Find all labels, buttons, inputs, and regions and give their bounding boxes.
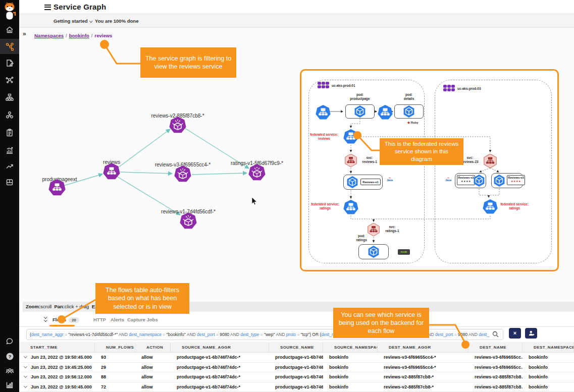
policies-icon[interactable] (0, 55, 19, 71)
hamburger-menu-icon[interactable] (44, 5, 51, 11)
trends-icon[interactable] (0, 158, 19, 174)
row-expand-icon[interactable] (24, 384, 27, 387)
service-graph-icon[interactable] (0, 39, 19, 54)
row-expand-icon[interactable] (24, 364, 27, 368)
java-logo: ~Java (444, 177, 453, 182)
panel-expander-icon[interactable]: » (23, 30, 26, 37)
java-logo: ~Java (385, 177, 394, 182)
tab-capture-jobs[interactable]: Capture Jobs (127, 317, 158, 322)
cluster-name: uc-aks-prod-01 (332, 84, 372, 88)
graph-node-productpageext[interactable] (48, 179, 66, 196)
reviews-v2-label: Reviews-v2★★★★ (457, 175, 475, 185)
callout-flows-autofilter: The flows table auto-filters based on wh… (95, 283, 189, 314)
graph-node-reviews-v2[interactable] (169, 117, 186, 134)
service-icon (378, 105, 393, 120)
hierarchy-icon[interactable] (0, 90, 19, 105)
storage-icon[interactable] (0, 175, 19, 190)
left-nav-sidebar: ? (0, 0, 19, 392)
col-num-flows: NUM_FLOWS (95, 342, 135, 352)
nodejs-logo: node (398, 249, 410, 255)
help-icon[interactable]: ? (0, 349, 19, 364)
users-icon[interactable] (0, 363, 19, 378)
pod-details-label: pod: details (389, 93, 429, 101)
rating-stars: ★★★★ (511, 180, 521, 183)
clusters-icon[interactable] (0, 107, 19, 123)
graph-node-reviews[interactable] (103, 163, 120, 180)
graph-node-reviews-v3[interactable] (174, 165, 191, 183)
col-dest-name: DEST_NAME (468, 342, 523, 352)
breadcrumb-namespaces[interactable]: Namespaces (34, 33, 64, 38)
activity-icon[interactable] (0, 143, 19, 158)
flows-table-header: START_TIME NUM_FLOWS ACTION SOURCE_NAME_… (19, 342, 574, 353)
active-tab-indicator (49, 325, 75, 326)
table-row[interactable]: Jun 23, 2022 @ 19:56:12.000 88allowprodu… (19, 372, 574, 382)
user-icon (528, 330, 535, 337)
tab-flows[interactable]: Flows20 (53, 317, 79, 323)
bottom-tabs-bar: Flows20 HTTP Alerts Capture Jobs (19, 312, 574, 327)
callout-filtering-reviews: The service graph is filtering to view t… (140, 47, 236, 78)
flows-table: START_TIME NUM_FLOWS ACTION SOURCE_NAME_… (19, 342, 574, 392)
double-chevron-down-icon[interactable] (44, 316, 47, 321)
rating-stars: ★★★★ (461, 180, 471, 183)
tab-http[interactable]: HTTP (93, 317, 106, 322)
breadcrumb: Namespaces/bookinfo/reviews (34, 33, 112, 38)
chat-icon[interactable] (0, 334, 19, 349)
calico-cat-logo[interactable] (2, 2, 17, 25)
col-dest-namespace: DEST_NAMESPACE (523, 342, 574, 352)
clear-filter-button[interactable]: × (509, 328, 521, 339)
breadcrumb-reviews: reviews (95, 33, 113, 38)
row-expand-icon[interactable] (24, 374, 27, 378)
app-header: Service Graph (19, 0, 574, 14)
search-icon[interactable] (492, 331, 499, 338)
col-source-namespace: SOURCE_NAMESPACE (323, 342, 378, 352)
federated-service-ratings-label: federated service: ratings (309, 202, 341, 211)
cluster-name: uc-aks-prod-03 (457, 87, 498, 91)
callout-federated-service: This is the federated reviews service sh… (380, 138, 463, 165)
svc-reviews-1-label: svc: reviews-1 (358, 156, 381, 164)
federated-ratings-service-icon (483, 199, 498, 214)
reviews-v1-label: Reviews-v1 (360, 179, 381, 185)
getting-started-status: You are 100% done (95, 18, 138, 24)
col-start-time: START_TIME (19, 342, 95, 352)
federated-reviews-service-icon (343, 129, 358, 144)
network-icon[interactable] (0, 72, 19, 87)
table-row[interactable]: Jun 23, 2022 @ 19:50:45.000 72allowprodu… (19, 382, 574, 392)
pod-cube-icon (354, 105, 366, 118)
federated-services-diagram: uc-aks-prod-01 pod: productpage pod: det… (300, 69, 559, 271)
getting-started-dropdown[interactable]: Getting started (54, 18, 92, 24)
flows-filter-bar: (dest_name_aggr = "reviews-v1-7d4fd56cdf… (19, 327, 574, 342)
svc-ratings-1-label: svc: ratings-1 (381, 225, 403, 234)
graph-node-reviews-v1[interactable] (180, 212, 197, 230)
svg-text:?: ? (8, 354, 11, 359)
pod-productpage-label: pod: productpage (340, 93, 380, 101)
table-row[interactable]: Jun 23, 2022 @ 19:50:45.000 93allowprodu… (19, 353, 574, 363)
graph-node-ratings-v1[interactable] (248, 164, 266, 181)
breadcrumb-bookinfo[interactable]: bookinfo (69, 33, 89, 38)
app-window: ? Service Graph Getting started You are … (0, 0, 574, 392)
getting-started-bar: Getting started You are 100% done (19, 14, 574, 28)
table-row[interactable]: Jun 23, 2022 @ 19:45:25.000 29allowprodu… (19, 363, 574, 373)
federated-service-ratings-label: federated service: ratings (499, 202, 530, 211)
chevron-down-icon (89, 19, 92, 22)
home-icon[interactable] (0, 22, 19, 37)
flows-count-badge: 20 (69, 317, 79, 323)
svc-reviews-23-icon (483, 154, 497, 168)
reviews-v3-label: Reviews-v3★★★★ (507, 175, 525, 185)
user-filter-button[interactable] (525, 328, 537, 339)
svc-reviews-1-icon (344, 154, 357, 167)
col-source-name: SOURCE_NAME (269, 342, 323, 352)
pod-cube-icon (368, 246, 380, 258)
compliance-icon[interactable] (0, 125, 19, 140)
filter-query-input[interactable]: (dest_name_aggr = "reviews-v1-7d4fd56cdf… (26, 329, 503, 340)
usage-icon[interactable] (0, 377, 19, 392)
pod-cube-icon (473, 175, 485, 187)
row-expand-icon[interactable] (24, 355, 27, 358)
tab-alerts[interactable]: Alerts (111, 317, 124, 322)
pod-cube-icon (403, 105, 415, 118)
service-icon (316, 105, 331, 120)
federated-ratings-service-icon (343, 200, 358, 215)
col-action: ACTION (135, 342, 171, 352)
page-title: Service Graph (54, 3, 106, 11)
cluster-icon (443, 85, 455, 92)
col-source-name-aggr: SOURCE_NAME_AGGR (171, 342, 269, 352)
